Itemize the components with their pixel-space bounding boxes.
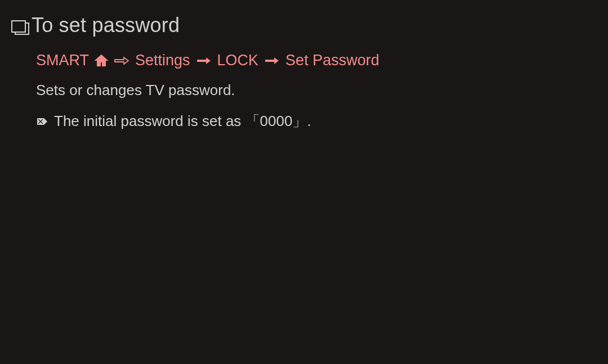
- note-text: The initial password is set as 「0000」.: [54, 111, 311, 131]
- breadcrumb-settings: Settings: [135, 52, 190, 69]
- note-tag-icon: [36, 117, 48, 126]
- breadcrumb-smart: SMART: [36, 52, 89, 69]
- arrow-hollow-icon: [114, 56, 129, 65]
- note-value: 0000: [260, 113, 293, 129]
- arrow-solid-icon: [264, 56, 280, 65]
- note-suffix: .: [307, 113, 311, 129]
- bracket-open: 「: [245, 113, 260, 129]
- content-area: SMART Settings LOCK Set Password Sets or…: [11, 52, 597, 131]
- arrow-solid-icon: [196, 56, 212, 65]
- title-row: To set password: [11, 14, 597, 37]
- note-row: The initial password is set as 「0000」.: [36, 111, 597, 131]
- breadcrumb-lock: LOCK: [217, 52, 259, 69]
- home-icon: [95, 54, 108, 68]
- description-text: Sets or changes TV password.: [36, 82, 597, 99]
- page-title: To set password: [32, 14, 180, 37]
- page-container: To set password SMART Settings LOCK Set …: [0, 0, 608, 145]
- breadcrumb-set-password: Set Password: [285, 52, 379, 69]
- bracket-close: 」: [292, 113, 307, 129]
- breadcrumb: SMART Settings LOCK Set Password: [36, 52, 597, 69]
- section-box-icon: [11, 20, 26, 33]
- note-prefix: The initial password is set as: [54, 113, 245, 129]
